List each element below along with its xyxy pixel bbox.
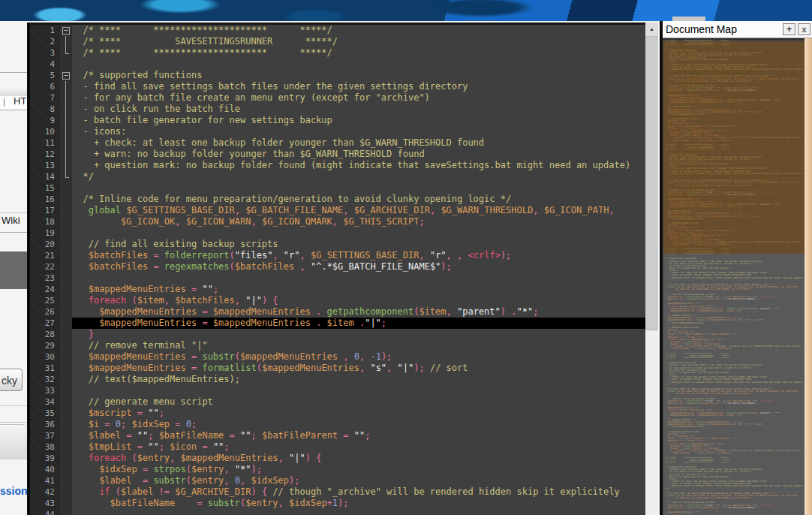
code-line[interactable] [72,273,657,284]
code-token: , [235,205,240,215]
code-line[interactable]: foreach ($entry, $mappedMenuEntries, "|"… [72,453,657,464]
code-line[interactable]: $idxSep = strpos($entry, "*"); [72,464,657,475]
screenshot-root: HT Wiki cky ssion 1234567891011121314151… [0,0,812,515]
code-text-area[interactable]: /* **** ********************* *****/ /* … [72,25,657,515]
code-token: 0 [186,419,191,429]
code-line[interactable]: $mappedMenuEntries = ""; [72,284,657,295]
scroll-up-button[interactable]: ▲ [645,23,658,36]
code-token: $idxSep [251,475,289,486]
code-token: $item [327,318,354,328]
code-token: $G_WARN_THRESHOLD [441,205,533,215]
code-line[interactable]: global $G_SETTINGS_BASE_DIR, $G_BATCH_FI… [72,205,657,216]
code-line[interactable]: + check: at least one backup folder youn… [72,137,657,149]
code-token: $batchFiles [89,261,148,272]
divider [0,72,27,73]
code-token: -1 [370,351,380,362]
code-line[interactable]: /* **** SAVESETTINGSRUNNER *****/ [72,36,657,47]
code-token: ; [533,306,538,317]
code-line[interactable]: $mappedMenuEntries = $mappedMenuEntries … [72,318,657,329]
code-line[interactable] [72,385,657,396]
code-line[interactable]: if ($label != $G_ARCHIVE_DIR) { // thoug… [72,486,657,498]
code-line[interactable]: $label = ""; $batFileName = ""; $batFile… [72,430,657,441]
code-token: ( [235,351,240,362]
code-line[interactable] [72,509,657,515]
code-line[interactable]: $i = 0; $idxSep = 0; [72,419,657,430]
code-token: <crlf> [468,250,501,261]
code-line[interactable]: */ [72,171,657,182]
code-line[interactable]: $mappedMenuEntries = substr($mappedMenuE… [72,351,657,363]
code-line[interactable]: - for any batch file create an menu entr… [72,92,657,104]
code-line[interactable]: $G_ICON_OK, $G_ICON_WARN, $G_ICON_QMARK,… [72,216,657,227]
tab-separator [4,98,5,107]
code-line[interactable]: $tmpList = ""; $icon = ""; [72,441,657,453]
scrollbar-thumb[interactable] [645,36,658,330]
code-token [72,441,89,452]
line-number: 18 [30,216,60,227]
code-token: "" [137,430,148,441]
code-line[interactable]: /* **** ********************* *****/ [72,47,657,59]
code-token: /* **** SAVESETTINGSRUNNER *****/ [72,36,338,47]
editor-vertical-scrollbar[interactable]: ▲ [645,23,658,515]
code-token: strpos [153,464,185,474]
panel-close-button[interactable]: x [798,23,810,35]
fold-marker [60,408,72,419]
line-number: 31 [30,363,60,374]
line-number: 32 [30,374,60,385]
code-line[interactable]: // text($mappedMenuEntries); [72,374,657,385]
code-token [72,464,99,474]
code-token: , [235,295,245,306]
code-line[interactable] [72,227,657,239]
code-line[interactable] [72,59,657,70]
code-token: "parent" [457,306,501,317]
code-line[interactable]: + warn: no backup folder younger than $G… [72,149,657,160]
code-token: = [148,250,164,261]
document-minimap[interactable]: /* **** ********************* *****/ /* … [663,38,804,515]
code-token: $batchFiles [175,295,234,306]
session-link-fragment[interactable]: ssion [0,485,28,497]
code-line[interactable]: // remove terminal "|" [72,340,657,351]
code-line[interactable]: /* Inline code for menu preparation/gene… [72,194,657,205]
code-line[interactable]: } [72,329,657,340]
code-token: ; [159,441,170,452]
code-line[interactable]: $batchFiles = regexmatches($batchFiles ,… [72,261,657,273]
code-token: ) . [501,306,517,317]
code-editor: 1234567891011121314151617181920212223242… [27,23,660,515]
code-line[interactable] [72,182,657,194]
fold-marker[interactable] [60,70,72,81]
code-line[interactable]: - find all save settings batch files und… [72,81,657,92]
code-token: , [300,261,311,272]
code-token: $item [137,295,164,306]
code-line[interactable]: - icons: [72,126,657,137]
code-line[interactable]: $mappedMenuEntries = $mappedMenuEntries … [72,306,657,318]
code-line[interactable]: - batch file generator for new settings … [72,115,657,126]
fold-marker [60,126,72,137]
wiki-link-fragment[interactable]: Wiki [2,215,20,226]
code-token: ) { [251,486,272,497]
code-line[interactable]: // find all existing backup scripts [72,239,657,250]
fold-marker[interactable] [60,25,72,36]
code-token: $label [121,486,153,497]
code-line[interactable]: /* **** ********************* *****/ [72,25,657,36]
minimap-viewport-indicator[interactable] [663,41,804,254]
code-line[interactable]: /* supported functions [72,70,657,81]
panel-menu-button[interactable]: + [783,23,795,35]
code-line[interactable]: $label = substr($entry, 0, $idxSep); [72,475,657,486]
code-line[interactable]: // generate menu script [72,396,657,408]
code-line[interactable]: - on click run the batch file [72,104,657,115]
code-token: $mappedMenuEntries [99,306,197,317]
code-token: $mappedMenuEntries [89,351,186,362]
code-line[interactable]: $mscript = ""; [72,408,657,419]
code-line[interactable]: $batFileName = substr($entry, $idxSep+1)… [72,498,657,509]
code-line[interactable]: foreach ($item, $batchFiles, "|") { [72,295,657,306]
code-token: , [359,363,370,373]
code-line[interactable]: + question mark: no backup folder found … [72,160,657,171]
code-token: foreach [89,295,127,306]
code-line[interactable]: $batchFiles = folderreport("files", "r",… [72,250,657,261]
sticky-button-fragment[interactable]: cky [0,369,23,391]
fold-margin[interactable] [60,25,72,515]
code-line[interactable]: $mappedMenuEntries = formatlist($mappedM… [72,363,657,374]
code-token: getpathcomponent [327,306,414,317]
fold-marker [60,475,72,486]
code-token [72,351,89,362]
tab-label-ht[interactable]: HT [14,95,26,107]
